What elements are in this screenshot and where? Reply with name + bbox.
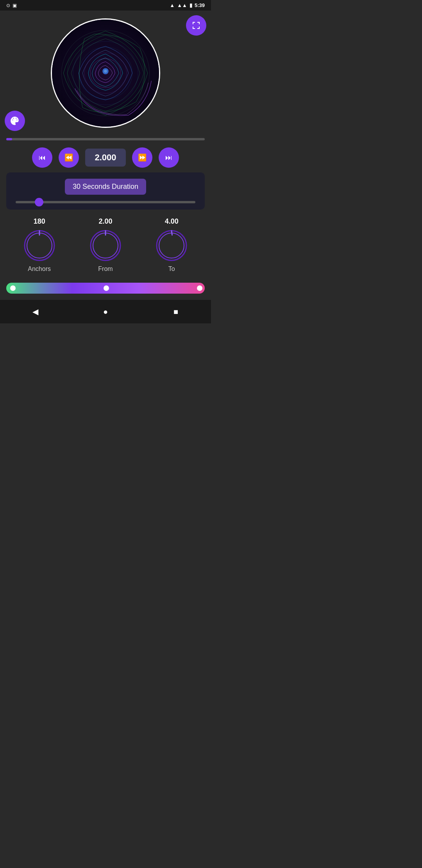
- visualization-area: [0, 11, 211, 136]
- progress-bar-container[interactable]: [0, 136, 211, 143]
- duration-label: 30 Seconds Duration: [65, 179, 146, 195]
- battery-icon: ▮: [190, 2, 192, 8]
- rewind-icon: ⏪: [64, 153, 73, 162]
- transport-controls: ⏮ ⏪ 2.000 ⏩ ⏭: [0, 143, 211, 172]
- back-icon: ◀: [32, 307, 38, 316]
- fast-forward-icon: ⏩: [138, 153, 147, 162]
- to-knob-item: 4.00 To: [154, 217, 189, 273]
- skip-back-icon: ⏮: [39, 154, 46, 162]
- svg-point-15: [157, 231, 186, 260]
- transport-value-display: 2.000: [85, 149, 125, 167]
- spiro-svg: [52, 20, 159, 127]
- anchors-value: 180: [34, 217, 45, 226]
- home-button[interactable]: ●: [98, 304, 113, 319]
- spiro-canvas: [51, 18, 160, 128]
- color-dot-right[interactable]: [197, 285, 202, 291]
- home-icon: ●: [103, 307, 108, 316]
- fast-forward-button[interactable]: ⏩: [132, 147, 152, 168]
- skip-forward-icon: ⏭: [165, 154, 172, 162]
- skip-back-button[interactable]: ⏮: [32, 147, 52, 168]
- fullscreen-button[interactable]: [186, 15, 206, 36]
- svg-line-17: [172, 231, 172, 235]
- time-display: 5:39: [195, 2, 205, 8]
- camera-icon: ⊙: [6, 3, 10, 8]
- skip-forward-button[interactable]: ⏭: [159, 147, 179, 168]
- from-label: From: [98, 265, 113, 273]
- anchors-knob-item: 180 Anchors: [22, 217, 57, 273]
- svg-point-16: [159, 233, 184, 258]
- duration-slider-thumb[interactable]: [35, 198, 43, 206]
- anchors-knob[interactable]: [22, 228, 57, 263]
- duration-panel: 30 Seconds Duration: [6, 172, 205, 210]
- bottom-nav: ◀ ● ■: [0, 300, 211, 323]
- signal-icon: ▲▲: [177, 2, 187, 8]
- palette-icon: [10, 116, 20, 126]
- knobs-section: 180 Anchors 2.00 From 4.00 To: [0, 210, 211, 276]
- color-dot-center[interactable]: [104, 285, 109, 291]
- color-gradient-bar[interactable]: [6, 283, 205, 294]
- recents-icon: ■: [173, 307, 178, 316]
- svg-point-13: [93, 233, 118, 258]
- anchors-label: Anchors: [28, 265, 51, 273]
- status-bar: ⊙ ▣ ▲ ▲▲ ▮ 5:39: [0, 0, 211, 11]
- progress-bar[interactable]: [6, 138, 205, 140]
- status-right: ▲ ▲▲ ▮ 5:39: [170, 2, 205, 8]
- svg-point-2: [104, 70, 107, 73]
- from-knob[interactable]: [88, 228, 123, 263]
- palette-button[interactable]: [5, 111, 25, 131]
- color-dot-left[interactable]: [10, 285, 16, 291]
- status-icons: ⊙ ▣: [6, 3, 17, 8]
- wifi-icon: ▲: [170, 2, 175, 8]
- rewind-button[interactable]: ⏪: [59, 147, 79, 168]
- progress-bar-fill: [6, 138, 12, 140]
- recents-button[interactable]: ■: [168, 304, 184, 319]
- duration-slider-track[interactable]: [16, 201, 195, 203]
- svg-point-10: [27, 233, 52, 258]
- back-button[interactable]: ◀: [27, 304, 43, 319]
- notification-icon: ▣: [13, 3, 17, 8]
- fullscreen-icon: [191, 21, 201, 30]
- to-value: 4.00: [165, 217, 179, 226]
- duration-slider-container[interactable]: [13, 201, 198, 203]
- to-knob[interactable]: [154, 228, 189, 263]
- to-label: To: [168, 265, 175, 273]
- from-value: 2.00: [98, 217, 112, 226]
- from-knob-item: 2.00 From: [88, 217, 123, 273]
